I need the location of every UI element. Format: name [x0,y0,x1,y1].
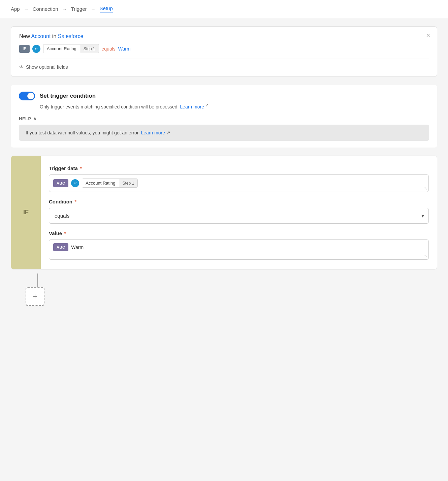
trigger-data-salesforce-logo: sf [71,179,79,187]
trigger-data-field-name: Account Rating [82,179,119,187]
salesforce-link[interactable]: Salesforce [58,33,84,39]
field-tag-name: Account Rating [43,44,80,53]
toggle-knob [27,93,34,99]
condition-section: Condition * equals does not equal contai… [49,199,429,224]
show-optional-label: Show optional fields [26,64,68,70]
account-link[interactable]: Account [31,33,51,39]
condition-content: Trigger data * ABC sf Account Rating Ste… [41,156,437,269]
breadcrumb-arrow-3: → [91,6,96,12]
trigger-data-field-tag: Account Rating Step 1 [82,179,138,188]
condition-required: * [74,199,76,204]
help-chevron-icon: ∧ [33,116,37,121]
help-section: HELP ∧ If you test data with null values… [19,116,429,141]
help-message: If you test data with null values, you m… [26,130,140,135]
value-required: * [64,230,66,236]
in-label: in [52,33,56,39]
toggle-section: Set trigger condition Only trigger event… [11,85,437,148]
condition-label-text: Condition [49,199,72,204]
toggle-description: Only trigger events matching specified c… [40,103,429,109]
if-sidebar: IF [11,156,41,269]
toggle-desc-text: Only trigger events matching specified c… [40,104,179,109]
value-abc-badge: ABC [53,243,68,251]
breadcrumb-nav: App → Connection → Trigger → Setup [0,0,448,18]
breadcrumb-trigger[interactable]: Trigger [71,6,87,12]
value-label: Warm [118,46,131,52]
breadcrumb-arrow-1: → [24,6,29,12]
value-text: Warm [71,243,84,250]
show-optional-fields[interactable]: 👁 Show optional fields [19,59,429,70]
breadcrumb-connection[interactable]: Connection [33,6,58,12]
field-tag[interactable]: Account Rating Step 1 [43,44,99,53]
condition-label: Condition * [49,199,429,204]
trigger-condition-toggle[interactable] [19,92,35,100]
eye-icon: 👁 [19,64,24,70]
main-content: New Account in Salesforce IF sf Account … [0,18,448,314]
help-learn-more-link[interactable]: Learn more [141,130,165,135]
trigger-row: IF sf Account Rating Step 1 equals Warm [19,44,429,53]
connector-line [37,274,38,287]
trigger-card: New Account in Salesforce IF sf Account … [11,26,437,77]
breadcrumb-app[interactable]: App [11,6,20,12]
equals-label: equals [102,46,116,52]
trigger-data-abc-badge: ABC [53,179,68,187]
connector-area: + [11,274,437,306]
if-sidebar-label: IF [23,209,29,216]
help-box: If you test data with null values, you m… [19,125,429,141]
value-label-text: Value [49,230,62,236]
trigger-header: New Account in Salesforce [19,33,429,39]
breadcrumb-setup[interactable]: Setup [100,5,113,12]
trigger-data-label: Trigger data * [49,165,429,171]
toggle-learn-more-icon: ↗ [205,103,209,107]
trigger-data-input[interactable]: ABC sf Account Rating Step 1 ⤡ [49,174,429,192]
toggle-row: Set trigger condition [19,92,429,100]
condition-builder: IF Trigger data * ABC sf Account Rating … [11,156,437,269]
value-section-label: Value * [49,230,429,236]
if-badge: IF [19,45,30,53]
help-header[interactable]: HELP ∧ [19,116,429,121]
toggle-learn-more-link[interactable]: Learn more [180,104,204,109]
help-label: HELP [19,116,31,121]
breadcrumb-arrow-2: → [62,6,67,12]
condition-select[interactable]: equals does not equal contains does not … [49,208,429,224]
close-button[interactable]: × [426,32,430,39]
new-label: New [19,33,30,39]
condition-select-wrapper: equals does not equal contains does not … [49,208,429,224]
trigger-data-required: * [80,165,82,171]
trigger-data-step: Step 1 [119,179,138,187]
salesforce-logo-small: sf [32,45,40,53]
resize-handle-trigger: ⤡ [424,186,427,191]
toggle-label: Set trigger condition [40,93,96,99]
add-step-button[interactable]: + [26,287,44,306]
field-tag-step: Step 1 [80,45,99,53]
trigger-data-text: Trigger data [49,165,78,171]
value-input[interactable]: ABC Warm ⤡ [49,239,429,260]
help-learn-more-icon: ↗ [166,130,170,135]
resize-handle-value: ⤡ [424,254,427,258]
